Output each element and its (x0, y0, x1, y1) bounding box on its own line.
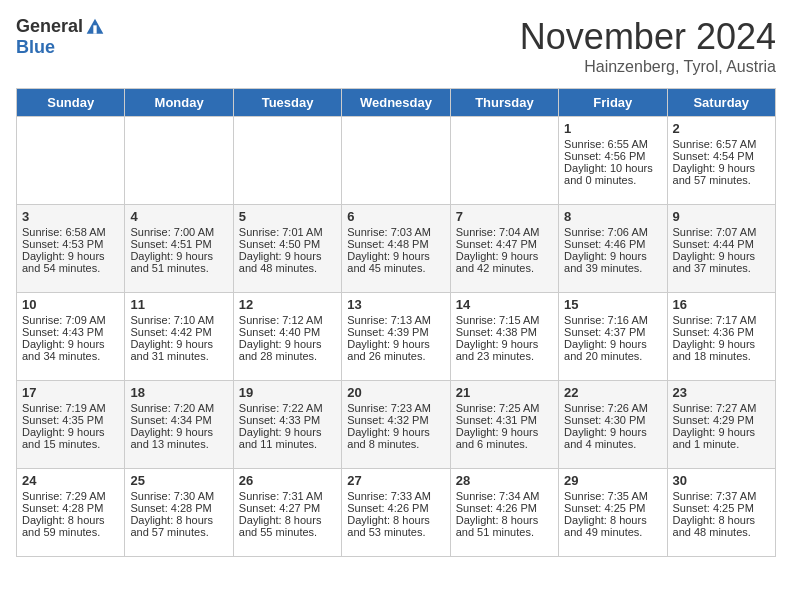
day-info: Sunrise: 7:25 AM (456, 402, 553, 414)
weekday-saturday: Saturday (667, 89, 775, 117)
day-info: Sunset: 4:50 PM (239, 238, 336, 250)
day-info: Daylight: 9 hours (130, 250, 227, 262)
day-info: Daylight: 9 hours (239, 338, 336, 350)
day-info: and 42 minutes. (456, 262, 553, 274)
day-info: Sunrise: 7:30 AM (130, 490, 227, 502)
day-info: Sunrise: 7:17 AM (673, 314, 770, 326)
day-info: Daylight: 8 hours (564, 514, 661, 526)
calendar-cell: 30Sunrise: 7:37 AMSunset: 4:25 PMDayligh… (667, 469, 775, 557)
day-info: Sunrise: 7:15 AM (456, 314, 553, 326)
day-info: Sunset: 4:42 PM (130, 326, 227, 338)
day-info: Sunrise: 7:37 AM (673, 490, 770, 502)
day-info: Sunset: 4:34 PM (130, 414, 227, 426)
day-info: Sunrise: 7:16 AM (564, 314, 661, 326)
day-info: Sunrise: 7:29 AM (22, 490, 119, 502)
day-number: 26 (239, 473, 336, 488)
day-info: Daylight: 9 hours (456, 338, 553, 350)
day-info: Sunset: 4:32 PM (347, 414, 444, 426)
calendar-cell (125, 117, 233, 205)
weekday-sunday: Sunday (17, 89, 125, 117)
day-info: and 49 minutes. (564, 526, 661, 538)
day-info: Sunset: 4:36 PM (673, 326, 770, 338)
calendar-cell: 22Sunrise: 7:26 AMSunset: 4:30 PMDayligh… (559, 381, 667, 469)
day-info: Sunrise: 7:20 AM (130, 402, 227, 414)
day-info: and 18 minutes. (673, 350, 770, 362)
weekday-tuesday: Tuesday (233, 89, 341, 117)
day-number: 9 (673, 209, 770, 224)
calendar-cell: 2Sunrise: 6:57 AMSunset: 4:54 PMDaylight… (667, 117, 775, 205)
day-info: and 54 minutes. (22, 262, 119, 274)
calendar-cell: 3Sunrise: 6:58 AMSunset: 4:53 PMDaylight… (17, 205, 125, 293)
day-info: Sunset: 4:31 PM (456, 414, 553, 426)
day-info: and 48 minutes. (239, 262, 336, 274)
day-number: 24 (22, 473, 119, 488)
weekday-monday: Monday (125, 89, 233, 117)
day-info: and 48 minutes. (673, 526, 770, 538)
calendar-week-3: 17Sunrise: 7:19 AMSunset: 4:35 PMDayligh… (17, 381, 776, 469)
day-info: Daylight: 9 hours (564, 426, 661, 438)
day-info: Daylight: 8 hours (673, 514, 770, 526)
calendar-cell: 1Sunrise: 6:55 AMSunset: 4:56 PMDaylight… (559, 117, 667, 205)
day-number: 13 (347, 297, 444, 312)
calendar-cell (17, 117, 125, 205)
day-info: Sunrise: 7:00 AM (130, 226, 227, 238)
calendar-cell: 16Sunrise: 7:17 AMSunset: 4:36 PMDayligh… (667, 293, 775, 381)
day-info: Daylight: 9 hours (22, 338, 119, 350)
day-info: Sunrise: 7:27 AM (673, 402, 770, 414)
day-number: 27 (347, 473, 444, 488)
calendar-cell: 12Sunrise: 7:12 AMSunset: 4:40 PMDayligh… (233, 293, 341, 381)
day-info: Sunrise: 7:34 AM (456, 490, 553, 502)
day-info: Sunset: 4:28 PM (22, 502, 119, 514)
day-info: Sunset: 4:25 PM (673, 502, 770, 514)
day-info: Daylight: 9 hours (564, 338, 661, 350)
day-info: Daylight: 9 hours (22, 250, 119, 262)
day-info: Sunset: 4:51 PM (130, 238, 227, 250)
calendar-cell: 20Sunrise: 7:23 AMSunset: 4:32 PMDayligh… (342, 381, 450, 469)
location-subtitle: Hainzenberg, Tyrol, Austria (520, 58, 776, 76)
calendar-cell (342, 117, 450, 205)
day-info: and 13 minutes. (130, 438, 227, 450)
calendar-header: SundayMondayTuesdayWednesdayThursdayFrid… (17, 89, 776, 117)
day-info: Sunrise: 7:06 AM (564, 226, 661, 238)
day-info: Sunset: 4:33 PM (239, 414, 336, 426)
day-info: Sunset: 4:30 PM (564, 414, 661, 426)
day-info: Sunset: 4:56 PM (564, 150, 661, 162)
day-number: 14 (456, 297, 553, 312)
day-info: and 4 minutes. (564, 438, 661, 450)
day-number: 4 (130, 209, 227, 224)
day-info: Sunrise: 6:57 AM (673, 138, 770, 150)
logo: General Blue (16, 16, 105, 58)
header: General Blue November 2024 Hainzenberg, … (16, 16, 776, 76)
day-info: Daylight: 9 hours (673, 250, 770, 262)
calendar-cell: 8Sunrise: 7:06 AMSunset: 4:46 PMDaylight… (559, 205, 667, 293)
calendar-cell: 10Sunrise: 7:09 AMSunset: 4:43 PMDayligh… (17, 293, 125, 381)
calendar-cell (450, 117, 558, 205)
day-info: Daylight: 9 hours (673, 338, 770, 350)
calendar-cell: 13Sunrise: 7:13 AMSunset: 4:39 PMDayligh… (342, 293, 450, 381)
day-info: Sunset: 4:29 PM (673, 414, 770, 426)
calendar-week-0: 1Sunrise: 6:55 AMSunset: 4:56 PMDaylight… (17, 117, 776, 205)
day-info: and 57 minutes. (130, 526, 227, 538)
day-info: Sunset: 4:26 PM (347, 502, 444, 514)
day-number: 23 (673, 385, 770, 400)
day-info: Daylight: 8 hours (239, 514, 336, 526)
logo-general-text: General (16, 16, 83, 37)
day-number: 7 (456, 209, 553, 224)
day-number: 15 (564, 297, 661, 312)
day-info: and 34 minutes. (22, 350, 119, 362)
calendar-cell: 19Sunrise: 7:22 AMSunset: 4:33 PMDayligh… (233, 381, 341, 469)
day-info: Sunrise: 7:23 AM (347, 402, 444, 414)
day-info: and 20 minutes. (564, 350, 661, 362)
day-info: and 8 minutes. (347, 438, 444, 450)
day-info: and 55 minutes. (239, 526, 336, 538)
calendar-cell: 11Sunrise: 7:10 AMSunset: 4:42 PMDayligh… (125, 293, 233, 381)
day-info: and 15 minutes. (22, 438, 119, 450)
day-info: Sunset: 4:26 PM (456, 502, 553, 514)
day-info: Daylight: 9 hours (456, 250, 553, 262)
day-number: 17 (22, 385, 119, 400)
day-number: 10 (22, 297, 119, 312)
day-info: Daylight: 8 hours (22, 514, 119, 526)
svg-rect-1 (93, 25, 96, 33)
day-number: 25 (130, 473, 227, 488)
day-info: Sunrise: 7:01 AM (239, 226, 336, 238)
